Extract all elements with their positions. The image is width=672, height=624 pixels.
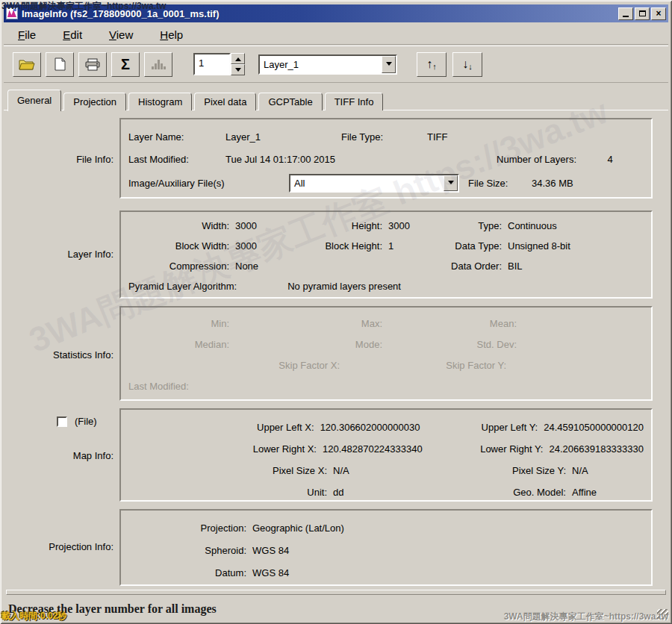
tab-pixel-data[interactable]: Pixel data [194,93,256,110]
geo-model-value: Affine [566,487,644,498]
layer-info-panel: Width: 3000 Height: 3000 Type: Continuou… [119,210,653,299]
toolbar: Σ 1 Layer_1 ↑↑ ↓↓ [4,46,668,83]
layer-number-stepper: 1 [193,53,245,75]
tab-histogram[interactable]: Histogram [128,93,192,110]
layer-name-value: Layer_1 [225,131,341,143]
type-value: Continuous [502,220,644,231]
menu-view[interactable]: View [107,28,135,42]
layer-number-input[interactable]: 1 [193,53,231,75]
close-button[interactable]: × [651,7,666,20]
menu-help[interactable]: Help [158,28,185,42]
median-label: Median: [128,339,229,350]
datum-value: WGS 84 [246,567,644,578]
chevron-down-icon [448,181,454,187]
unit-value: dd [327,487,488,498]
tab-tiff-info[interactable]: TIFF Info [325,93,384,110]
histogram-icon [150,58,167,70]
number-of-layers-label: Number of Layers: [497,154,576,165]
map-info-label: Map Info: [0,450,113,461]
title-bar[interactable]: ImageInfo (fs2_178809000_1a_0001_ms.tif)… [4,4,668,22]
layer-select-arrow-button[interactable] [382,56,396,73]
status-bar: Decrease the layer number for all images [4,598,668,620]
up-arrow-icon [235,54,241,61]
spheroid-label: Spheroid: [128,545,246,556]
compression-value: None [229,260,308,272]
projection-label: Projection: [128,522,246,534]
projection-value: Geographic (Lat/Lon) [246,522,644,534]
tab-gcptable[interactable]: GCPTable [258,93,322,110]
down-arrow-icon [235,68,241,75]
data-type-label: Data Type: [435,240,502,252]
resize-grip[interactable] [657,609,668,620]
pixel-size-y-value: N/A [566,465,644,476]
aux-files-select[interactable]: All [289,174,459,193]
menu-edit[interactable]: Edit [60,28,84,42]
bottom-separator [6,590,666,595]
file-size-value: 34.36 MB [532,178,644,189]
min-label: Min: [128,318,229,329]
layer-number-down-button[interactable] [231,64,245,75]
statistics-info-label: Statistics Info: [0,349,113,361]
sigma-icon: Σ [121,57,130,72]
printer-icon [85,58,100,71]
app-icon [6,7,18,19]
block-width-value: 3000 [229,240,308,252]
aux-files-arrow-button[interactable] [444,175,458,191]
datum-label: Datum: [128,567,246,578]
statistics-button[interactable]: Σ [111,52,140,77]
skip-factor-x-label: Skip Factor X: [128,360,340,371]
tab-general[interactable]: General [7,90,61,111]
increase-layer-button[interactable]: ↑↑ [417,52,447,77]
chevron-down-icon [386,62,392,69]
height-label: Height: [308,220,382,231]
map-info-panel: Upper Left X: 120.306602000000030 Upper … [119,408,653,502]
max-label: Max: [308,318,382,329]
statistics-info-panel: Min: Max: Mean: Median: Mode: Std. Dev: … [119,306,653,401]
pixel-size-x-value: N/A [327,465,488,476]
minimize-button[interactable] [618,7,633,20]
map-info-file-toggle: (File) [57,416,97,427]
tab-projection[interactable]: Projection [63,93,126,110]
layer-name-label: Layer Name: [128,131,225,143]
block-height-label: Block Height: [308,240,382,252]
lower-right-x-label: Lower Right X: [128,443,317,455]
mean-label: Mean: [435,318,517,329]
mode-label: Mode: [308,339,382,350]
projection-info-label: Projection Info: [0,541,113,552]
aux-files-value: All [290,178,444,189]
layer-select-value: Layer_1 [260,59,382,70]
decrease-layer-button[interactable]: ↓↓ [452,52,482,77]
open-folder-icon [19,58,35,70]
histogram-button[interactable] [144,52,172,77]
skip-factor-y-label: Skip Factor Y: [340,360,506,371]
menu-file[interactable]: File [16,28,38,42]
data-order-value: BIL [502,260,644,272]
imageinfo-window: ImageInfo (fs2_178809000_1a_0001_ms.tif)… [0,0,672,624]
file-checkbox[interactable] [57,416,67,427]
layer-select[interactable]: Layer_1 [258,54,397,75]
clear-info-button[interactable] [46,52,74,77]
upper-left-y-label: Upper Left Y: [464,422,538,433]
document-icon [55,57,66,71]
file-type-value: TIFF [427,131,644,143]
window-title: ImageInfo (fs2_178809000_1a_0001_ms.tif) [22,8,617,19]
last-modified-label: Last Modified: [128,154,225,165]
number-of-layers-value: 4 [576,154,644,165]
projection-info-panel: Projection: Geographic (Lat/Lon) Spheroi… [119,509,653,586]
open-file-button[interactable] [13,52,41,77]
height-value: 3000 [382,220,435,231]
last-modified-value: Tue Jul 14 01:17:00 2015 [225,154,397,165]
double-up-arrow-icon: ↑ [426,58,432,70]
print-button[interactable] [78,52,107,77]
maximize-button[interactable] [635,7,650,20]
double-down-arrow-icon: ↓ [468,63,473,71]
upper-left-x-value: 120.306602000000030 [314,422,464,433]
layer-number-up-button[interactable] [231,53,245,64]
double-down-arrow-icon: ↓ [462,58,468,70]
pixel-size-y-label: Pixel Size Y: [488,465,566,476]
pyramid-value: No pyramid layers present [237,281,401,292]
file-size-label: File Size: [468,178,532,189]
std-dev-label: Std. Dev: [435,339,517,350]
width-value: 3000 [229,220,308,231]
block-width-label: Block Width: [128,240,229,252]
